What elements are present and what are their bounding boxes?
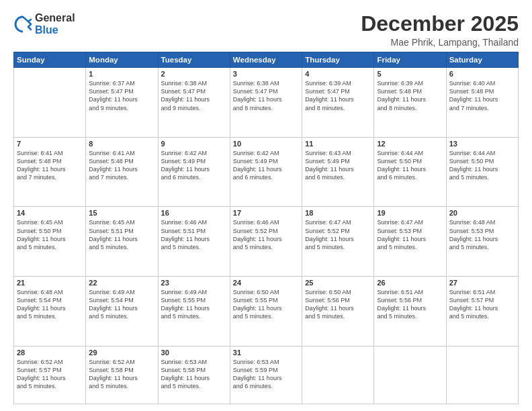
calendar-week-row: 21Sunrise: 6:48 AMSunset: 5:54 PMDayligh…	[14, 277, 519, 347]
day-number: 2	[161, 70, 227, 78]
table-row: 18Sunrise: 6:47 AMSunset: 5:52 PMDayligh…	[302, 207, 374, 277]
day-number: 13	[449, 140, 515, 148]
table-row: 10Sunrise: 6:42 AMSunset: 5:49 PMDayligh…	[230, 137, 302, 207]
day-info: Sunrise: 6:44 AMSunset: 5:50 PMDaylight:…	[377, 149, 443, 182]
day-info: Sunrise: 6:39 AMSunset: 5:48 PMDaylight:…	[377, 79, 443, 112]
day-info: Sunrise: 6:48 AMSunset: 5:53 PMDaylight:…	[449, 218, 515, 251]
day-info: Sunrise: 6:42 AMSunset: 5:49 PMDaylight:…	[161, 149, 227, 182]
table-row: 22Sunrise: 6:49 AMSunset: 5:54 PMDayligh…	[86, 277, 158, 347]
day-number: 31	[233, 349, 299, 357]
table-row: 7Sunrise: 6:41 AMSunset: 5:48 PMDaylight…	[14, 137, 86, 207]
day-number: 22	[89, 279, 154, 287]
table-row: 13Sunrise: 6:44 AMSunset: 5:50 PMDayligh…	[446, 137, 518, 207]
day-info: Sunrise: 6:51 AMSunset: 5:56 PMDaylight:…	[377, 288, 443, 321]
day-number: 15	[89, 209, 154, 217]
day-info: Sunrise: 6:38 AMSunset: 5:47 PMDaylight:…	[233, 79, 299, 112]
day-info: Sunrise: 6:39 AMSunset: 5:47 PMDaylight:…	[305, 79, 371, 112]
day-number: 25	[305, 279, 371, 287]
day-info: Sunrise: 6:42 AMSunset: 5:49 PMDaylight:…	[233, 149, 299, 182]
header-friday: Friday	[374, 52, 446, 68]
day-number: 5	[377, 70, 443, 78]
day-number: 24	[233, 279, 299, 287]
table-row	[302, 346, 374, 404]
day-number: 18	[305, 209, 371, 217]
day-info: Sunrise: 6:37 AMSunset: 5:47 PMDaylight:…	[89, 79, 154, 112]
table-row: 20Sunrise: 6:48 AMSunset: 5:53 PMDayligh…	[446, 207, 518, 277]
day-number: 9	[161, 140, 227, 148]
day-number: 29	[89, 349, 154, 357]
logo-icon	[13, 15, 32, 34]
title-block: December 2025 Mae Phrik, Lampang, Thaila…	[361, 12, 519, 48]
day-number: 27	[449, 279, 515, 287]
day-info: Sunrise: 6:51 AMSunset: 5:57 PMDaylight:…	[449, 288, 515, 321]
day-info: Sunrise: 6:46 AMSunset: 5:52 PMDaylight:…	[233, 218, 299, 251]
table-row: 19Sunrise: 6:47 AMSunset: 5:53 PMDayligh…	[374, 207, 446, 277]
table-row: 31Sunrise: 6:53 AMSunset: 5:59 PMDayligh…	[230, 346, 302, 404]
table-row: 28Sunrise: 6:52 AMSunset: 5:57 PMDayligh…	[14, 346, 86, 404]
month-title: December 2025	[361, 12, 519, 36]
page: General Blue December 2025 Mae Phrik, La…	[0, 0, 532, 411]
day-number: 26	[377, 279, 443, 287]
table-row: 2Sunrise: 6:38 AMSunset: 5:47 PMDaylight…	[158, 68, 230, 138]
table-row: 11Sunrise: 6:43 AMSunset: 5:49 PMDayligh…	[302, 137, 374, 207]
day-number: 20	[449, 209, 515, 217]
calendar-table: Sunday Monday Tuesday Wednesday Thursday…	[13, 52, 519, 404]
day-info: Sunrise: 6:49 AMSunset: 5:55 PMDaylight:…	[161, 288, 227, 321]
weekday-header-row: Sunday Monday Tuesday Wednesday Thursday…	[14, 52, 519, 68]
table-row: 8Sunrise: 6:41 AMSunset: 5:48 PMDaylight…	[86, 137, 158, 207]
calendar-week-row: 7Sunrise: 6:41 AMSunset: 5:48 PMDaylight…	[14, 137, 519, 207]
day-number: 28	[17, 349, 83, 357]
day-number: 11	[305, 140, 371, 148]
table-row: 14Sunrise: 6:45 AMSunset: 5:50 PMDayligh…	[14, 207, 86, 277]
day-info: Sunrise: 6:53 AMSunset: 5:59 PMDaylight:…	[233, 358, 299, 391]
day-number: 21	[17, 279, 83, 287]
table-row	[14, 68, 86, 138]
table-row: 1Sunrise: 6:37 AMSunset: 5:47 PMDaylight…	[86, 68, 158, 138]
header-monday: Monday	[86, 52, 158, 68]
header-tuesday: Tuesday	[158, 52, 230, 68]
header: General Blue December 2025 Mae Phrik, La…	[13, 12, 519, 48]
day-info: Sunrise: 6:50 AMSunset: 5:55 PMDaylight:…	[233, 288, 299, 321]
day-info: Sunrise: 6:45 AMSunset: 5:51 PMDaylight:…	[89, 218, 154, 251]
table-row: 23Sunrise: 6:49 AMSunset: 5:55 PMDayligh…	[158, 277, 230, 347]
day-info: Sunrise: 6:44 AMSunset: 5:50 PMDaylight:…	[449, 149, 515, 182]
table-row: 5Sunrise: 6:39 AMSunset: 5:48 PMDaylight…	[374, 68, 446, 138]
calendar-week-row: 1Sunrise: 6:37 AMSunset: 5:47 PMDaylight…	[14, 68, 519, 138]
table-row: 24Sunrise: 6:50 AMSunset: 5:55 PMDayligh…	[230, 277, 302, 347]
day-info: Sunrise: 6:40 AMSunset: 5:48 PMDaylight:…	[449, 79, 515, 112]
day-number: 6	[449, 70, 515, 78]
table-row: 9Sunrise: 6:42 AMSunset: 5:49 PMDaylight…	[158, 137, 230, 207]
table-row	[374, 346, 446, 404]
day-info: Sunrise: 6:47 AMSunset: 5:52 PMDaylight:…	[305, 218, 371, 251]
day-info: Sunrise: 6:41 AMSunset: 5:48 PMDaylight:…	[89, 149, 154, 182]
day-number: 3	[233, 70, 299, 78]
header-saturday: Saturday	[446, 52, 518, 68]
day-info: Sunrise: 6:49 AMSunset: 5:54 PMDaylight:…	[89, 288, 154, 321]
location: Mae Phrik, Lampang, Thailand	[361, 37, 519, 48]
day-number: 23	[161, 279, 227, 287]
day-info: Sunrise: 6:47 AMSunset: 5:53 PMDaylight:…	[377, 218, 443, 251]
table-row: 16Sunrise: 6:46 AMSunset: 5:51 PMDayligh…	[158, 207, 230, 277]
calendar-week-row: 28Sunrise: 6:52 AMSunset: 5:57 PMDayligh…	[14, 346, 519, 404]
day-info: Sunrise: 6:38 AMSunset: 5:47 PMDaylight:…	[161, 79, 227, 112]
table-row: 15Sunrise: 6:45 AMSunset: 5:51 PMDayligh…	[86, 207, 158, 277]
day-info: Sunrise: 6:52 AMSunset: 5:58 PMDaylight:…	[89, 358, 154, 391]
day-number: 10	[233, 140, 299, 148]
day-number: 7	[17, 140, 83, 148]
logo-text: General Blue	[35, 12, 75, 36]
day-number: 30	[161, 349, 227, 357]
table-row: 30Sunrise: 6:53 AMSunset: 5:58 PMDayligh…	[158, 346, 230, 404]
day-info: Sunrise: 6:41 AMSunset: 5:48 PMDaylight:…	[17, 149, 83, 182]
day-number: 14	[17, 209, 83, 217]
day-number: 12	[377, 140, 443, 148]
day-number: 4	[305, 70, 371, 78]
day-number: 17	[233, 209, 299, 217]
day-info: Sunrise: 6:53 AMSunset: 5:58 PMDaylight:…	[161, 358, 227, 391]
day-info: Sunrise: 6:43 AMSunset: 5:49 PMDaylight:…	[305, 149, 371, 182]
table-row: 4Sunrise: 6:39 AMSunset: 5:47 PMDaylight…	[302, 68, 374, 138]
table-row: 26Sunrise: 6:51 AMSunset: 5:56 PMDayligh…	[374, 277, 446, 347]
table-row	[446, 346, 518, 404]
table-row: 6Sunrise: 6:40 AMSunset: 5:48 PMDaylight…	[446, 68, 518, 138]
day-info: Sunrise: 6:45 AMSunset: 5:50 PMDaylight:…	[17, 218, 83, 251]
table-row: 29Sunrise: 6:52 AMSunset: 5:58 PMDayligh…	[86, 346, 158, 404]
